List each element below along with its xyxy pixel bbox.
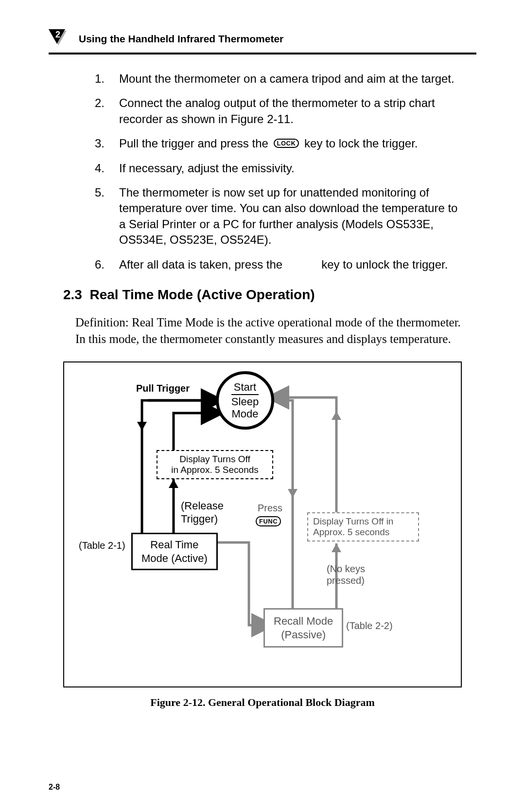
step-2: 2. Connect the analog output of the ther… <box>95 95 467 127</box>
svg-marker-3 <box>169 479 178 488</box>
dashed-box-display-off-1: Display Turns Off in Approx. 5 Seconds <box>157 450 273 479</box>
page-number: 2-8 <box>49 783 60 792</box>
label-no-keys-pressed: (No keys pressed) <box>327 563 365 586</box>
lock-key-icon: LOCK <box>274 139 299 148</box>
label-table-2-2: (Table 2-2) <box>346 620 393 632</box>
real-time-mode-box: Real Time Mode (Active) <box>131 533 218 570</box>
func-key-icon: FUNC <box>256 516 281 526</box>
label-table-2-1: (Table 2-1) <box>79 540 125 551</box>
figure-caption: Figure 2-12. General Operational Block D… <box>49 696 476 709</box>
label-release-trigger: (Release Trigger) <box>181 500 224 525</box>
step-5: 5. The thermometer is now set up for una… <box>95 185 467 248</box>
svg-marker-4 <box>288 489 298 498</box>
step-3: 3. Pull the trigger and press the LOCK k… <box>95 136 467 151</box>
svg-marker-5 <box>332 543 341 552</box>
dashed-box-display-off-2: Display Turns Off in Approx. 5 seconds <box>307 512 419 541</box>
label-pull-trigger: Pull Trigger <box>136 383 190 394</box>
chapter-badge: 2 <box>49 29 73 49</box>
start-node: Start Sleep Mode <box>216 371 274 430</box>
header-rule <box>49 53 476 54</box>
label-press: Press <box>258 503 282 514</box>
chapter-title: Using the Handheld Infrared Thermometer <box>79 33 283 45</box>
recall-mode-box: Recall Mode (Passive) <box>263 608 343 648</box>
steps-list: 1. Mount the thermometer on a camera tri… <box>95 71 467 272</box>
chapter-number: 2 <box>55 30 60 40</box>
step-1: 1. Mount the thermometer on a camera tri… <box>95 71 467 87</box>
section-heading: 2.3 Real Time Mode (Active Operation) <box>63 287 476 303</box>
step-4: 4. If necessary, adjust the emissivity. <box>95 161 467 176</box>
page-header: 2 Using the Handheld Infrared Thermomete… <box>49 29 476 49</box>
svg-marker-6 <box>332 411 341 420</box>
step-6: 6. After all data is taken, press the ke… <box>95 257 467 272</box>
block-diagram: Pull Trigger Start Sleep Mode Display Tu… <box>63 361 462 687</box>
definition-paragraph: Definition: Real Time Mode is the active… <box>75 314 462 347</box>
svg-marker-2 <box>137 422 147 431</box>
